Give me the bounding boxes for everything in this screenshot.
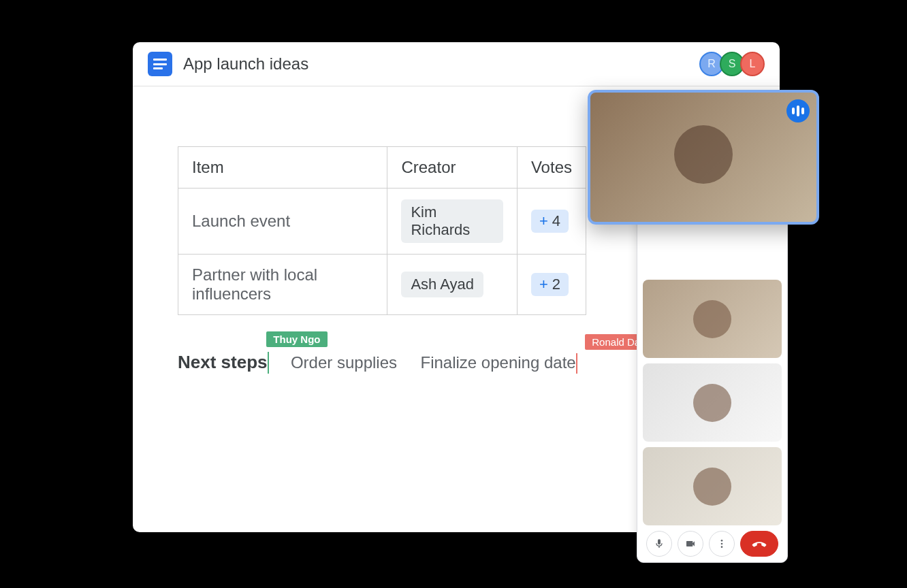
table-row[interactable]: Launch event Kim Richards + 4 <box>178 189 586 255</box>
cell-votes[interactable]: + 2 <box>517 255 586 315</box>
col-votes: Votes <box>517 147 586 189</box>
document-title[interactable]: App launch ideas <box>183 54 703 74</box>
mic-button[interactable] <box>646 531 672 557</box>
cell-item[interactable]: Launch event <box>178 189 387 255</box>
svg-point-0 <box>721 540 723 542</box>
docs-app-icon[interactable] <box>148 52 172 76</box>
collab-cursor-green <box>268 352 269 374</box>
table-header-row: Item Creator Votes <box>178 147 586 189</box>
more-options-button[interactable] <box>709 531 735 557</box>
end-call-button[interactable] <box>740 531 778 557</box>
vote-count: 2 <box>552 276 560 293</box>
body-line[interactable]: Finalize opening date Ronald Das <box>420 353 575 372</box>
meet-participant-thumb[interactable] <box>643 363 782 442</box>
more-vertical-icon <box>716 538 727 549</box>
vote-chip[interactable]: + 4 <box>531 210 569 233</box>
section-heading[interactable]: Next steps Thuy Ngo <box>178 352 268 373</box>
ideas-table[interactable]: Item Creator Votes Launch event Kim Rich… <box>178 146 586 315</box>
meet-controls <box>643 531 782 557</box>
creator-chip[interactable]: Kim Richards <box>401 199 503 243</box>
cell-item[interactable]: Partner with local influencers <box>178 255 387 315</box>
vote-count: 4 <box>552 212 560 230</box>
plus-icon[interactable]: + <box>539 212 548 230</box>
camera-icon <box>685 538 696 549</box>
col-creator: Creator <box>387 147 518 189</box>
cell-votes[interactable]: + 4 <box>517 189 586 255</box>
docs-window: App launch ideas R S L Item Creator Vote… <box>133 42 780 532</box>
body-line-text: Finalize opening date <box>420 353 575 372</box>
cell-creator[interactable]: Kim Richards <box>387 189 518 255</box>
speaking-indicator-icon <box>786 99 810 122</box>
section-heading-text: Next steps <box>178 352 268 372</box>
meet-participant-thumb[interactable] <box>643 447 782 525</box>
svg-point-2 <box>721 546 723 548</box>
table-row[interactable]: Partner with local influencers Ash Ayad … <box>178 255 586 315</box>
header: App launch ideas R S L <box>133 42 780 86</box>
collaborator-avatars: R S L <box>703 52 765 76</box>
plus-icon[interactable]: + <box>539 276 548 293</box>
creator-chip[interactable]: Ash Ayad <box>401 272 483 297</box>
cell-creator[interactable]: Ash Ayad <box>387 255 518 315</box>
col-item: Item <box>178 147 387 189</box>
collab-cursor-red <box>576 353 577 374</box>
meet-participant-thumb[interactable] <box>643 280 782 358</box>
avatar-l[interactable]: L <box>740 52 765 76</box>
meet-active-speaker[interactable] <box>588 90 819 225</box>
vote-chip[interactable]: + 2 <box>531 273 569 296</box>
docs-lines-icon <box>153 59 167 69</box>
microphone-icon <box>654 538 665 549</box>
hangup-icon <box>752 536 767 551</box>
body-line[interactable]: Order supplies <box>291 353 397 372</box>
svg-point-1 <box>721 543 723 545</box>
collab-cursor-label-green: Thuy Ngo <box>266 331 327 347</box>
camera-button[interactable] <box>678 531 703 557</box>
